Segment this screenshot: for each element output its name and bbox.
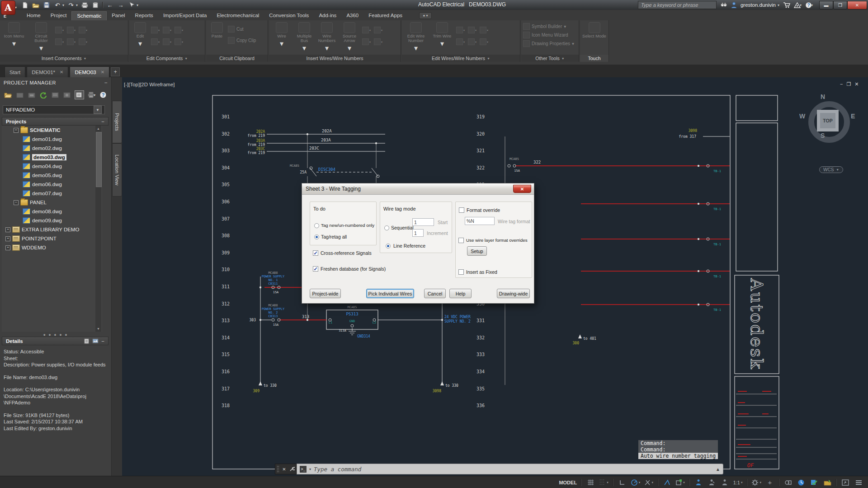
tree-item[interactable]: demo08.dwg (2, 207, 102, 216)
ribbon-tab[interactable]: A360 (341, 11, 363, 20)
tree-item[interactable]: demo03.dwg (2, 153, 102, 162)
command-input-placeholder[interactable]: Type a command (314, 466, 713, 473)
ribbon-big-button[interactable]: Icon Menu▾ (2, 22, 26, 52)
scrollbar-thumb[interactable] (96, 132, 102, 187)
tree-item[interactable]: demo09.dwg (2, 216, 102, 225)
ribbon-tab[interactable]: Schematic (71, 11, 107, 20)
ribbon-tab[interactable]: Panel (107, 11, 130, 20)
help-icon[interactable]: ? ▾ (805, 2, 813, 9)
drawing-wide-button[interactable]: Drawing-wide (497, 289, 530, 298)
panel-title[interactable]: Other Tools▼ (521, 55, 579, 62)
ribbon-small-button[interactable]: ▾ (163, 37, 174, 47)
radio-tag-new-only[interactable] (314, 223, 319, 228)
object-snap-icon[interactable] (661, 478, 673, 487)
qat-menu-caret-icon[interactable]: ▾ (137, 3, 138, 7)
graphics-performance-icon[interactable] (795, 478, 807, 487)
radio-label[interactable]: Sequential (391, 225, 414, 230)
back-icon[interactable]: ← (106, 1, 114, 9)
annotation-visibility-icon[interactable] (693, 478, 704, 487)
tree-item[interactable]: demo05.dwg (2, 171, 102, 180)
ribbon-tab[interactable]: Featured Apps (363, 11, 407, 20)
ribbon-small-button[interactable]: ▾ (67, 37, 78, 47)
polar-tracking-icon[interactable]: ▾ (629, 478, 642, 487)
file-tab[interactable]: DEMO03 ✕ (70, 66, 109, 77)
trusted-autodesk-icon[interactable] (808, 478, 820, 487)
checkbox-label[interactable]: Use wire layer format overrides (466, 238, 528, 243)
file-tab[interactable]: DEMO01* ✕ (27, 66, 68, 77)
ribbon-tab[interactable]: Conversion Tools (264, 11, 314, 20)
cut-button[interactable]: Cut (228, 25, 256, 33)
history-expand-icon[interactable]: ▲ (716, 467, 720, 472)
tree-item[interactable]: + EXTRA LIBRARY DEMO (2, 225, 102, 234)
ribbon-small-button[interactable]: ▾ (468, 37, 479, 47)
ribbon-tab[interactable]: Electromechanical (212, 11, 264, 20)
grid-display-icon[interactable] (585, 478, 596, 487)
setup-button[interactable]: Setup (467, 246, 487, 256)
details-doc-icon[interactable] (84, 338, 90, 344)
ribbon-small-button[interactable]: ▾ (163, 25, 174, 35)
plot-project-icon[interactable]: ▾ (87, 91, 96, 99)
recent-commands-caret-icon[interactable]: ▾ (309, 467, 311, 471)
tree-scrollbar[interactable]: ▲ ▼ (95, 126, 101, 332)
ribbon-small-button[interactable]: ▾ (175, 25, 185, 35)
radio-label[interactable]: Tag new/un-numbered only (321, 223, 374, 228)
compass-south[interactable]: S (821, 132, 825, 139)
ribbon-row-button[interactable]: Icon Menu Wizard▾ (523, 31, 574, 39)
ribbon-tab[interactable]: Add-ins (314, 11, 341, 20)
project-wide-button[interactable]: Project-wide (310, 289, 341, 298)
tree-expander-icon[interactable]: + (5, 236, 10, 241)
command-close-icon[interactable]: ✕ (282, 467, 286, 472)
help-search-input[interactable]: Type a keyword or phrase (638, 1, 717, 9)
ribbon-small-button[interactable]: ▾ (374, 25, 385, 35)
increment-input[interactable]: 1 (412, 229, 424, 237)
tree-item[interactable]: demo01.dwg (2, 135, 102, 144)
panel-title[interactable]: Edit Wires/Wire Numbers▼ (402, 55, 520, 62)
tree-expander-icon[interactable]: + (5, 245, 10, 250)
ribbon-small-button[interactable]: ▾ (480, 37, 491, 47)
plot-caret-icon[interactable]: ▾ (94, 93, 95, 97)
new-project-icon[interactable] (15, 91, 24, 99)
drag-handle-icon[interactable] (277, 465, 279, 473)
details-section-header[interactable]: Details − (2, 337, 108, 345)
open-file-icon[interactable] (32, 1, 40, 9)
scroll-up-icon[interactable]: ▲ (95, 126, 101, 131)
command-bar-grip[interactable]: ✕ (275, 464, 297, 474)
tree-item[interactable]: − PANEL (2, 198, 102, 207)
application-menu-button[interactable]: A (1, 0, 15, 15)
ribbon-tab[interactable]: Import/Export Data (158, 11, 212, 20)
ribbon-big-button[interactable]: Select Mode (582, 22, 607, 38)
forward-icon[interactable]: → (117, 1, 125, 9)
redo-caret-icon[interactable]: ▾ (76, 3, 78, 7)
section-collapse-icon[interactable]: − (101, 119, 104, 124)
customization-menu-icon[interactable] (853, 478, 864, 487)
ribbon-small-button[interactable]: ▾ (374, 37, 385, 47)
checkbox-label[interactable]: Cross-reference Signals (321, 250, 372, 256)
checkbox-insert-as-fixed[interactable] (458, 269, 464, 275)
checkbox-format-override[interactable] (459, 207, 464, 213)
project-settings-icon[interactable] (27, 91, 36, 99)
ribbon-big-button[interactable]: Source Arrow▾ (339, 22, 360, 52)
annotation-scale-icon[interactable] (719, 478, 731, 487)
details-collapse-icon[interactable]: − (101, 338, 104, 344)
clean-screen-icon[interactable] (840, 478, 851, 487)
ribbon-small-button[interactable]: ▾ (79, 25, 90, 35)
drawing-minimize-icon[interactable]: − (840, 81, 843, 87)
ribbon-small-button[interactable]: ▾ (480, 25, 491, 35)
ribbon-display-toggle[interactable]: ●▾ (419, 12, 432, 19)
pick-individual-wires-button[interactable]: Pick Individual Wires (366, 289, 414, 298)
viewcube-top-face[interactable]: TOP (817, 110, 839, 131)
snap-mode-icon[interactable]: ▾ (598, 478, 610, 487)
isodraft-icon[interactable]: ▾ (643, 478, 655, 487)
panel-title[interactable]: Edit Components▼ (129, 55, 205, 62)
drawing-close-icon[interactable]: ✕ (854, 81, 859, 87)
radio-label[interactable]: Line Reference (393, 243, 425, 249)
dialog-title-bar[interactable]: Sheet 3 - Wire Tagging (302, 183, 534, 195)
ribbon-big-button[interactable]: Trim Wire▾ (430, 22, 454, 52)
checkbox-label[interactable]: Freshen database (for Signals) (321, 266, 386, 272)
plot-icon[interactable] (80, 1, 89, 9)
ribbon-tab[interactable]: Home (22, 11, 46, 20)
ribbon-big-button[interactable]: Wire Numbers▾ (316, 22, 338, 52)
ribbon-big-button[interactable]: Wire▾ (271, 22, 292, 52)
ribbon-big-button[interactable]: Circuit Builder▾ (29, 22, 53, 52)
isolate-objects-icon[interactable] (782, 478, 794, 487)
